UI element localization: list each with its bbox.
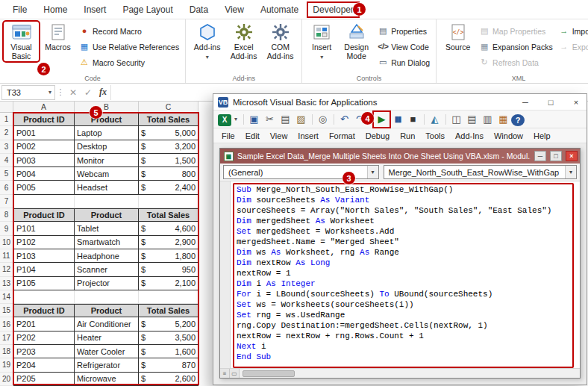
row-number[interactable]: 20 [0, 373, 13, 386]
module-close-button[interactable]: × [566, 151, 578, 161]
cell-total-sales[interactable]: $ 3,500 [139, 331, 198, 345]
refresh-data-button[interactable]: ↻ Refresh Data [477, 55, 555, 69]
vba-menu-item[interactable]: View [265, 131, 293, 140]
cell-total-sales[interactable]: $ 4,600 [139, 222, 198, 235]
cancel-icon[interactable]: ✕ [66, 87, 81, 98]
cell-product-id[interactable]: P205 [13, 373, 75, 386]
cell-total-sales[interactable] [139, 290, 198, 304]
row-number[interactable]: 2 [0, 126, 13, 140]
chevron-down-icon[interactable]: ▾ [231, 112, 240, 127]
design-mode-icon[interactable]: ◭ [427, 112, 442, 127]
row-number[interactable]: 3 [0, 140, 13, 154]
addins-button[interactable]: Add-ins ▾ [190, 22, 225, 61]
code-editor[interactable]: Sub Merge_North_South_East_RowWise_WithG… [220, 181, 580, 368]
tab-page-layout[interactable]: Page Layout [114, 1, 181, 18]
row-number[interactable]: 10 [0, 236, 13, 249]
toolbar-separator[interactable] [331, 112, 337, 127]
row-number[interactable]: 1 [0, 113, 13, 126]
name-box[interactable]: T33 ▾ [1, 85, 55, 100]
cell-product[interactable]: Heater [75, 331, 139, 345]
cell-total-sales[interactable]: $ 5,000 [139, 126, 198, 140]
cell-product[interactable] [75, 195, 139, 208]
vba-menu-item[interactable]: Window [489, 131, 528, 140]
module-restore-button[interactable]: □ [550, 151, 562, 161]
vba-menu-item[interactable]: Insert [293, 131, 324, 140]
select-all-corner[interactable] [0, 102, 13, 113]
map-properties-button[interactable]: ▤ Map Properties [477, 24, 555, 38]
cell-total-sales[interactable]: $ 5,200 [139, 317, 198, 331]
cell-product-id[interactable]: Product ID [13, 304, 75, 317]
vba-menu-item[interactable]: Add-Ins [450, 131, 489, 140]
row-number[interactable]: 17 [0, 331, 13, 345]
cell-product[interactable] [75, 290, 139, 304]
import-button[interactable]: → Import [557, 24, 588, 38]
cell-product-id[interactable]: P005 [13, 181, 75, 194]
cell-total-sales[interactable] [139, 195, 198, 208]
tab-insert[interactable]: Insert [75, 1, 114, 18]
toolbar-separator[interactable] [240, 112, 246, 127]
cell-total-sales[interactable]: $ 2,900 [139, 236, 198, 249]
cell-total-sales[interactable]: $ 950 [139, 263, 198, 276]
cell-product-id[interactable]: P101 [13, 222, 75, 235]
cell-total-sales[interactable]: $ 1,500 [139, 154, 198, 167]
cell-product[interactable]: Headphone [75, 249, 139, 263]
row-number[interactable]: 16 [0, 317, 13, 331]
cell-product[interactable]: Projector [75, 277, 139, 290]
module-minimize-button[interactable]: ─ [534, 151, 546, 161]
view-code-button[interactable]: </> View Code [375, 40, 432, 54]
tab-data[interactable]: Data [181, 1, 216, 18]
cell-product[interactable]: Webcam [75, 167, 139, 181]
use-relative-references-button[interactable]: ▦ Use Relative References [77, 40, 181, 54]
row-number[interactable]: 7 [0, 195, 13, 208]
cell-total-sales[interactable]: $ 3,200 [139, 140, 198, 154]
cell-product[interactable]: Desktop [75, 140, 139, 154]
properties-window-icon[interactable]: ▤ [464, 112, 480, 127]
cell-product[interactable]: Product [75, 113, 139, 126]
object-dropdown[interactable]: (General) ▾ [223, 165, 379, 179]
full-module-view-icon[interactable]: ▭ [230, 369, 240, 378]
cell-product-id[interactable]: P003 [13, 154, 75, 167]
help-icon[interactable]: ? [511, 114, 525, 126]
row-number[interactable]: 11 [0, 249, 13, 263]
cell-product-id[interactable]: P103 [13, 249, 75, 263]
vba-menu-item[interactable]: Edit [240, 131, 265, 140]
procedure-dropdown[interactable]: Merge_North_South_East_RowWise_WithGap ▾ [384, 165, 577, 179]
row-number[interactable]: 18 [0, 345, 13, 358]
maximize-button[interactable]: □ [540, 94, 561, 110]
insert-function-icon[interactable]: fx [96, 87, 110, 98]
row-number[interactable]: 9 [0, 222, 13, 235]
undo-icon[interactable]: ↶ [337, 112, 352, 127]
cell-product-id[interactable]: P004 [13, 167, 75, 181]
cell-product-id[interactable]: P201 [13, 317, 75, 331]
vba-menu-item[interactable]: Tools [420, 131, 450, 140]
vba-menu-item[interactable]: Debug [360, 131, 395, 140]
cell-total-sales[interactable]: $ 1,800 [139, 249, 198, 263]
paste-icon[interactable]: ▨ [293, 112, 309, 127]
expansion-packs-button[interactable]: ▦ Expansion Packs [477, 40, 555, 54]
row-number[interactable]: 5 [0, 167, 13, 181]
cell-product-id[interactable]: P105 [13, 277, 75, 290]
break-icon[interactable]: ▮▮ [390, 112, 405, 127]
reset-icon[interactable]: ■ [405, 112, 421, 127]
tab-file[interactable]: File [4, 1, 35, 18]
toolbar-separator[interactable] [309, 112, 315, 127]
cell-product[interactable]: Product [75, 304, 139, 317]
cell-total-sales[interactable]: $ 800 [139, 167, 198, 181]
cell-product-id[interactable]: P002 [13, 140, 75, 154]
vba-menu-item[interactable]: Run [395, 131, 420, 140]
run-icon[interactable]: ▶ [374, 112, 390, 127]
column-header[interactable]: A [13, 102, 75, 113]
com-addins-button[interactable]: COM Add-ins [263, 22, 298, 61]
cell-product[interactable]: Water Cooler [75, 345, 139, 358]
save-icon[interactable]: ▣ [246, 112, 262, 127]
close-button[interactable]: × [566, 94, 587, 110]
procedure-view-icon[interactable]: ≡ [220, 369, 230, 378]
row-number[interactable]: 15 [0, 304, 13, 317]
cell-product[interactable]: Laptop [75, 126, 139, 140]
copy-icon[interactable]: ▤ [278, 112, 293, 127]
export-button[interactable]: → Export [557, 40, 588, 54]
row-number[interactable]: 14 [0, 290, 13, 304]
toolbar-separator[interactable] [421, 112, 427, 127]
find-icon[interactable]: ◎ [315, 112, 331, 127]
tab-home[interactable]: Home [35, 1, 75, 18]
